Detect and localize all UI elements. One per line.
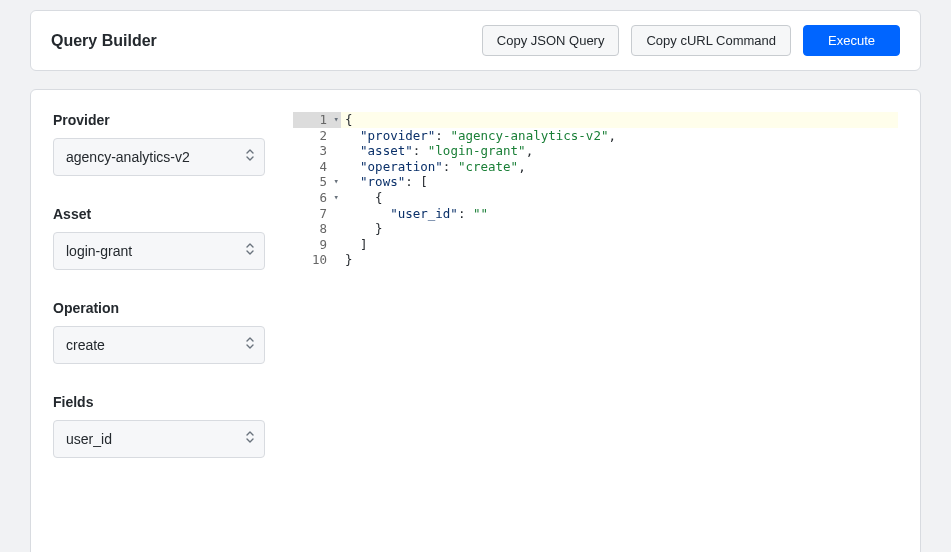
gutter-line: 3 <box>293 143 341 159</box>
fields-select[interactable] <box>53 420 265 458</box>
code-line[interactable]: "provider": "agency-analytics-v2", <box>341 128 898 144</box>
provider-select[interactable] <box>53 138 265 176</box>
code-line[interactable]: "rows": [ <box>341 174 898 190</box>
operation-select[interactable] <box>53 326 265 364</box>
asset-select[interactable] <box>53 232 265 270</box>
operation-field-group: Operation <box>53 300 265 364</box>
copy-json-button[interactable]: Copy JSON Query <box>482 25 620 56</box>
fold-caret-icon[interactable]: ▾ <box>334 112 339 128</box>
code-line[interactable]: "operation": "create", <box>341 159 898 175</box>
fields-label: Fields <box>53 394 265 410</box>
gutter-line: 8 <box>293 221 341 237</box>
provider-field-group: Provider <box>53 112 265 176</box>
code-line[interactable]: { <box>341 112 898 128</box>
gutter-line: 5▾ <box>293 174 341 190</box>
execute-button[interactable]: Execute <box>803 25 900 56</box>
code-line[interactable]: "asset": "login-grant", <box>341 143 898 159</box>
gutter-line: 2 <box>293 128 341 144</box>
asset-label: Asset <box>53 206 265 222</box>
json-editor[interactable]: 1▾2345▾6▾78910 { "provider": "agency-ana… <box>293 112 898 488</box>
provider-label: Provider <box>53 112 265 128</box>
fields-field-group: Fields <box>53 394 265 458</box>
editor-code[interactable]: { "provider": "agency-analytics-v2", "as… <box>341 112 898 488</box>
operation-label: Operation <box>53 300 265 316</box>
fold-caret-icon[interactable]: ▾ <box>334 190 339 206</box>
code-line[interactable]: } <box>341 252 898 268</box>
header-actions: Copy JSON Query Copy cURL Command Execut… <box>482 25 900 56</box>
editor-gutter: 1▾2345▾6▾78910 <box>293 112 341 488</box>
gutter-line: 9 <box>293 237 341 253</box>
gutter-line: 1▾ <box>293 112 341 128</box>
code-line[interactable]: ] <box>341 237 898 253</box>
fold-caret-icon[interactable]: ▾ <box>334 174 339 190</box>
page-title: Query Builder <box>51 32 157 50</box>
copy-curl-button[interactable]: Copy cURL Command <box>631 25 791 56</box>
form-column: Provider Asset Operation <box>53 112 265 488</box>
gutter-line: 6▾ <box>293 190 341 206</box>
gutter-line: 4 <box>293 159 341 175</box>
query-builder-body: Provider Asset Operation <box>30 89 921 552</box>
code-line[interactable]: { <box>341 190 898 206</box>
code-line[interactable]: "user_id": "" <box>341 206 898 222</box>
asset-field-group: Asset <box>53 206 265 270</box>
query-builder-header: Query Builder Copy JSON Query Copy cURL … <box>30 10 921 71</box>
gutter-line: 7 <box>293 206 341 222</box>
code-line[interactable]: } <box>341 221 898 237</box>
gutter-line: 10 <box>293 252 341 268</box>
